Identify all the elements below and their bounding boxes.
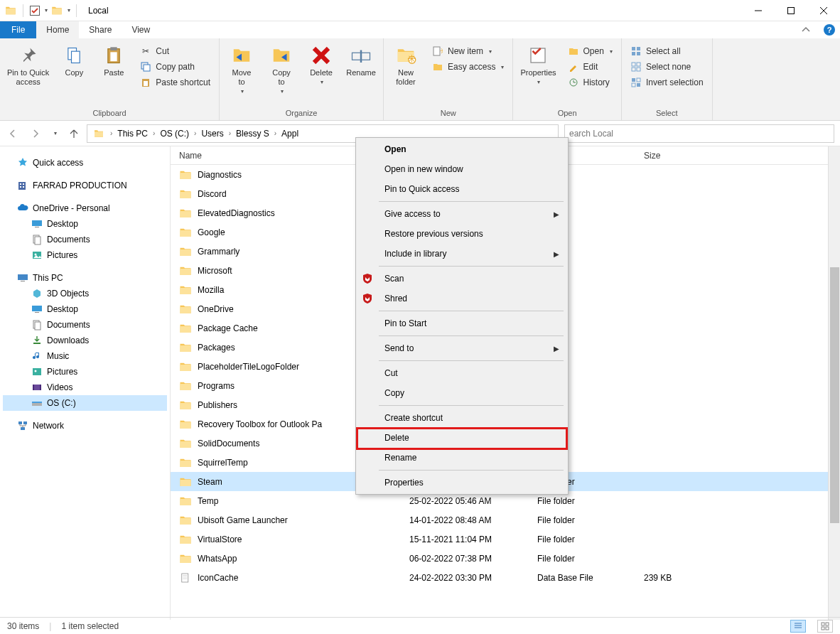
context-item-properties[interactable]: Properties xyxy=(379,473,566,493)
folder-icon xyxy=(179,438,192,449)
tree-onedrive[interactable]: OneDrive - Personal xyxy=(3,200,167,216)
new-item-button[interactable]: ✳New item▾ xyxy=(429,44,507,58)
context-item-pin-to-start[interactable]: Pin to Start xyxy=(379,313,566,333)
context-separator xyxy=(379,266,564,267)
svg-rect-13 xyxy=(144,81,148,86)
tree-pc-documents[interactable]: Documents xyxy=(3,317,167,333)
select-none-button[interactable]: Select none xyxy=(628,60,706,74)
svg-rect-9 xyxy=(111,52,117,61)
edit-button[interactable]: Edit xyxy=(565,60,615,74)
tree-pc-videos[interactable]: Videos xyxy=(3,380,167,395)
file-name: WhatsApp xyxy=(198,554,237,564)
tree-od-desktop[interactable]: Desktop xyxy=(3,216,167,232)
context-item-open[interactable]: Open xyxy=(379,139,566,159)
context-item-rename[interactable]: Rename xyxy=(379,448,566,468)
help-button[interactable]: ? xyxy=(819,21,840,38)
context-item-send-to[interactable]: Send to▶ xyxy=(379,338,566,358)
qat-checkbox-icon[interactable] xyxy=(29,5,41,16)
pin-to-quick-access-button[interactable]: Pin to Quick access xyxy=(4,41,52,90)
open-button[interactable]: Open▾ xyxy=(565,44,615,58)
new-folder-button[interactable]: ✳New folder xyxy=(388,41,424,90)
qat-dropdown2-icon[interactable]: ▾ xyxy=(68,7,70,14)
tree-od-documents[interactable]: Documents xyxy=(3,232,167,247)
file-row[interactable]: VirtualStore15-11-2021 11:04 PMFile fold… xyxy=(171,530,840,549)
crumb[interactable]: This PC xyxy=(115,129,150,139)
search-input[interactable]: earch Local xyxy=(564,124,834,143)
properties-icon xyxy=(527,44,549,67)
tab-share[interactable]: Share xyxy=(79,21,122,38)
file-type: File folder xyxy=(530,554,637,564)
tree-pc-desktop[interactable]: Desktop xyxy=(3,301,167,317)
crumb[interactable]: Appl xyxy=(279,129,301,139)
tree-od-pictures[interactable]: Pictures xyxy=(3,247,167,263)
crumb[interactable]: OS (C:) xyxy=(158,129,191,139)
move-to-button[interactable]: Move to▾ xyxy=(224,41,259,97)
col-header-size[interactable]: Size xyxy=(637,151,743,161)
context-item-create-shortcut[interactable]: Create shortcut xyxy=(379,408,566,428)
tree-3d-objects[interactable]: 3D Objects xyxy=(3,286,167,301)
tab-file[interactable]: File xyxy=(0,21,36,38)
file-row[interactable]: WhatsApp06-02-2022 07:38 PMFile folder xyxy=(171,549,840,568)
context-item-include-in-library[interactable]: Include in library▶ xyxy=(379,244,566,264)
minimize-button[interactable] xyxy=(742,0,775,21)
tree-network[interactable]: Network xyxy=(3,418,167,434)
tree-quick-access[interactable]: Quick access xyxy=(3,155,167,171)
nav-back-button[interactable] xyxy=(6,127,20,141)
context-item-open-in-new-window[interactable]: Open in new window xyxy=(379,159,566,179)
details-view-button[interactable] xyxy=(790,620,806,633)
context-item-give-access-to[interactable]: Give access to▶ xyxy=(379,204,566,224)
nav-forward-button[interactable] xyxy=(28,127,43,141)
cut-button[interactable]: ✂Cut xyxy=(137,44,213,58)
copy-to-button[interactable]: Copy to▾ xyxy=(264,41,299,97)
crumb[interactable]: Users xyxy=(199,129,225,139)
history-button[interactable]: History xyxy=(565,75,615,90)
context-item-delete[interactable]: Delete xyxy=(379,428,566,448)
scrollbar-thumb[interactable] xyxy=(830,267,839,523)
copy-path-button[interactable]: Copy path xyxy=(137,60,213,74)
vertical-scrollbar[interactable] xyxy=(828,146,840,620)
thumbnails-view-button[interactable] xyxy=(817,620,833,633)
context-item-scan[interactable]: Scan xyxy=(379,269,566,289)
download-icon xyxy=(31,335,43,346)
context-item-shred[interactable]: Shred xyxy=(379,289,566,308)
properties-button[interactable]: Properties▾ xyxy=(517,41,559,88)
file-row[interactable]: Ubisoft Game Launcher14-01-2022 08:48 AM… xyxy=(171,510,840,530)
delete-button[interactable]: Delete▾ xyxy=(303,41,339,88)
svg-rect-57 xyxy=(33,385,34,390)
close-button[interactable] xyxy=(807,0,840,21)
file-row[interactable]: IconCache24-02-2022 03:30 PMData Base Fi… xyxy=(171,568,840,587)
svg-rect-30 xyxy=(632,68,635,71)
context-item-cut[interactable]: Cut xyxy=(379,363,566,383)
crumb[interactable]: Blessy S xyxy=(234,129,271,139)
tree-pc-os[interactable]: OS (C:) xyxy=(3,395,167,411)
easy-access-button[interactable]: Easy access▾ xyxy=(429,60,507,74)
svg-rect-28 xyxy=(632,63,635,66)
select-all-button[interactable]: Select all xyxy=(628,44,706,58)
rename-button[interactable]: Rename xyxy=(343,41,379,80)
context-separator xyxy=(379,335,564,336)
tree-pc-downloads[interactable]: Downloads xyxy=(3,333,167,348)
tab-home[interactable]: Home xyxy=(36,21,79,38)
qat-dropdown-icon[interactable]: ▾ xyxy=(45,7,48,14)
tree-farrad[interactable]: FARRAD PRODUCTION xyxy=(3,178,167,193)
tab-view[interactable]: View xyxy=(122,21,160,38)
folder-icon xyxy=(179,265,192,276)
context-item-copy[interactable]: Copy xyxy=(379,383,566,403)
file-name: Diagnostics xyxy=(198,170,242,180)
tree-pc-pictures[interactable]: Pictures xyxy=(3,364,167,380)
paste-button[interactable]: Paste xyxy=(96,41,131,80)
nav-up-button[interactable] xyxy=(67,127,81,141)
documents-icon xyxy=(31,319,43,331)
tree-this-pc[interactable]: This PC xyxy=(3,270,167,286)
collapse-ribbon-icon[interactable] xyxy=(793,21,819,38)
status-selected-count: 1 item selected xyxy=(61,621,119,631)
svg-rect-60 xyxy=(32,402,42,403)
context-item-pin-to-quick-access[interactable]: Pin to Quick access xyxy=(379,179,566,199)
tree-pc-music[interactable]: Music xyxy=(3,348,167,364)
maximize-button[interactable] xyxy=(775,0,807,21)
context-item-restore-previous-versions[interactable]: Restore previous versions xyxy=(379,224,566,244)
copy-button[interactable]: Copy xyxy=(56,41,92,80)
nav-history-dropdown[interactable]: ▾ xyxy=(53,129,58,138)
invert-selection-button[interactable]: Invert selection xyxy=(628,75,706,90)
paste-shortcut-button[interactable]: Paste shortcut xyxy=(137,75,213,90)
